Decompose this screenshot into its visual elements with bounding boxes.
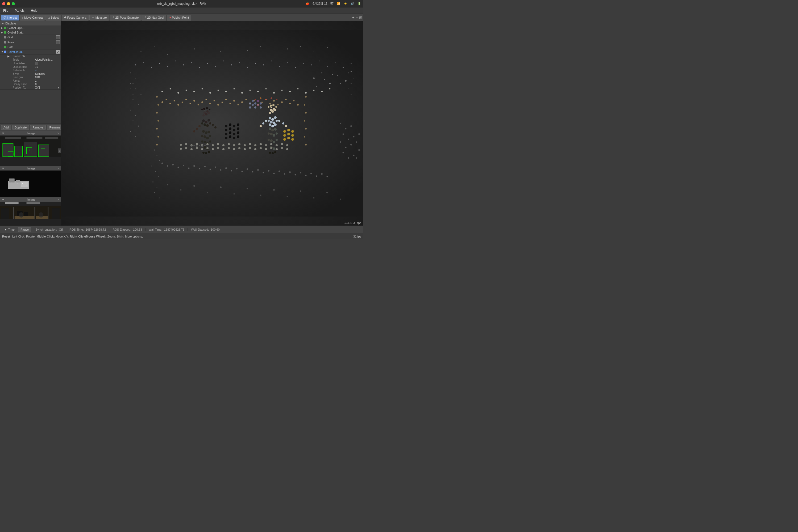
image-close-3[interactable]: ✕ (57, 198, 59, 201)
svg-point-421 (340, 199, 341, 200)
svg-point-349 (291, 138, 294, 141)
image-header-2[interactable]: ▼ Image ✕ (0, 166, 61, 171)
dropdown-icon[interactable]: ▼ (57, 87, 60, 89)
svg-point-147 (170, 88, 171, 90)
display-item-pose[interactable]: ▶ Pose (0, 40, 61, 45)
toolbar-icon-3[interactable]: ⊞ (359, 15, 362, 20)
svg-point-103 (138, 104, 139, 105)
toolbar-select[interactable]: □ Select (45, 15, 61, 20)
svg-point-392 (348, 157, 349, 159)
time-section-header[interactable]: ▼ Time (2, 226, 17, 233)
svg-point-80 (287, 62, 288, 63)
svg-point-224 (271, 125, 274, 128)
displays-header[interactable]: ▼ Displays (0, 21, 61, 26)
subitem-queue-size: Queue Size 10 (0, 65, 61, 69)
svg-point-242 (276, 139, 278, 141)
wall-time-value: 1687492628.75 (164, 228, 184, 231)
svg-point-416 (273, 189, 275, 191)
toolbar-focus-camera[interactable]: ⊕ Focus Camera (62, 15, 89, 20)
status-bar: Reset Left-Click: Rotate. Middle-Click: … (0, 233, 363, 240)
status-reset[interactable]: Reset (2, 235, 10, 238)
toolbar-interact[interactable]: ⬡ Interact (1, 15, 19, 20)
toolbar-measure[interactable]: ↔ Measure (89, 15, 109, 20)
toolbar-2d-nav[interactable]: ↗ 2D Nav Goal (141, 15, 166, 20)
pause-button[interactable]: Pause (18, 227, 31, 232)
toolbar-icon-2[interactable]: − (356, 15, 358, 20)
expand-icon-1[interactable]: ◁ (58, 148, 61, 153)
svg-rect-43 (1, 208, 9, 219)
status-middle-click: Middle-Click: Move X/Y. (36, 235, 69, 238)
svg-point-295 (229, 128, 231, 130)
svg-point-153 (217, 90, 219, 91)
pose-checkbox[interactable] (56, 40, 60, 44)
svg-point-48 (167, 54, 168, 55)
pointcloud2-checkbox[interactable]: ✓ (56, 50, 60, 54)
svg-point-100 (135, 89, 136, 89)
svg-point-130 (238, 104, 239, 106)
svg-point-179 (205, 121, 208, 124)
svg-rect-31 (26, 202, 40, 204)
image-header-3[interactable]: ▼ Image ✕ (0, 197, 61, 202)
svg-point-189 (214, 126, 216, 129)
menu-help[interactable]: Help (30, 8, 39, 13)
subitem-size: Size (m) 0.01 (0, 76, 61, 79)
maximize-button[interactable] (12, 2, 15, 5)
grid-checkbox[interactable] (56, 35, 60, 39)
image-close-1[interactable]: ✕ (57, 132, 59, 135)
rename-button[interactable]: Rename (47, 125, 61, 130)
toolbar-move-camera[interactable]: ↕ Move Camera (20, 15, 45, 20)
svg-point-405 (157, 187, 157, 188)
svg-point-81 (295, 67, 296, 68)
display-item-grid[interactable]: ▶ Grid (0, 35, 61, 40)
remove-button[interactable]: Remove (30, 125, 46, 130)
toolbar-publish-point[interactable]: ● Publish Point (167, 15, 191, 20)
unreliable-checkbox[interactable] (35, 62, 38, 65)
svg-point-394 (358, 133, 360, 135)
svg-point-121 (201, 101, 203, 103)
svg-point-374 (289, 171, 291, 173)
display-item-pointcloud2[interactable]: ▼ PointCloud2 ✓ (0, 50, 61, 55)
svg-point-116 (182, 101, 183, 103)
svg-point-96 (324, 79, 325, 80)
display-item-path[interactable]: ▶ Path (0, 45, 61, 50)
duplicate-button[interactable]: Duplicate (12, 125, 29, 130)
menu-file[interactable]: File (2, 8, 9, 13)
toolbar-icon-1[interactable]: ✦ (352, 15, 355, 20)
fps-right: 31 fps (353, 235, 361, 238)
toolbar-2d-pose[interactable]: ↗ 2D Pose Estimate (110, 15, 141, 20)
svg-point-106 (133, 120, 134, 121)
svg-point-325 (305, 144, 307, 146)
add-button[interactable]: Add (1, 125, 11, 130)
image-close-2[interactable]: ✕ (57, 167, 59, 170)
svg-point-277 (222, 148, 225, 150)
menu-panels[interactable]: Panels (14, 8, 25, 13)
svg-point-216 (269, 117, 271, 119)
display-item-global-status[interactable]: ▶ Global Stat... (0, 30, 61, 35)
fps-display: CGON 31 fps (344, 221, 361, 225)
svg-point-138 (269, 103, 271, 104)
svg-point-332 (252, 104, 254, 106)
svg-point-350 (162, 163, 163, 164)
image-header-1[interactable]: ▼ Image ✕ (0, 131, 61, 135)
svg-point-222 (276, 120, 278, 122)
svg-point-110 (133, 142, 134, 142)
svg-point-410 (193, 185, 195, 187)
close-button[interactable] (2, 2, 5, 5)
svg-point-431 (350, 94, 352, 95)
svg-point-148 (177, 92, 179, 94)
status-right-click: Right-Click/Mouse Wheel:: Zoom. (70, 235, 116, 238)
status-dot (4, 41, 6, 44)
volume-icon: 🔊 (350, 2, 354, 5)
window-controls[interactable] (2, 2, 15, 5)
svg-point-26 (22, 183, 23, 184)
svg-point-303 (229, 135, 231, 138)
svg-point-314 (156, 112, 158, 114)
svg-point-357 (199, 168, 200, 169)
svg-rect-7 (15, 146, 23, 157)
viewport[interactable]: CGON 31 fps ◁ (61, 21, 363, 226)
displays-list[interactable]: ▶ Global Opti... ▶ Global Stat... ▶ Grid (0, 26, 61, 124)
display-item-global-options[interactable]: ▶ Global Opti... (0, 26, 61, 30)
minimize-button[interactable] (7, 2, 10, 5)
svg-point-340 (276, 99, 278, 100)
svg-point-91 (329, 83, 331, 84)
